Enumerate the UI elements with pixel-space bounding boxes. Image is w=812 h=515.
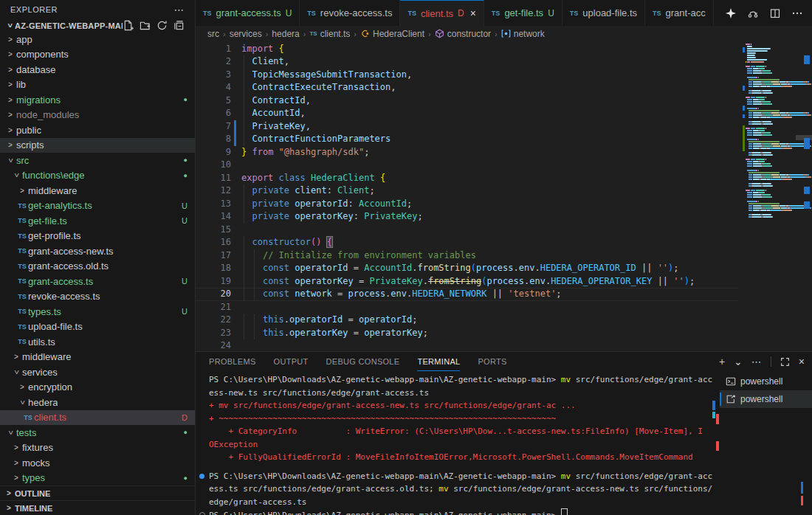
breadcrumb-item-network[interactable]: network: [501, 29, 545, 39]
code-line[interactable]: 9} from "@hashgraph/sdk";: [196, 146, 738, 159]
terminal-scrollbar[interactable]: [712, 371, 720, 515]
tree-item-revoke-access.ts[interactable]: TSrevoke-access.ts: [0, 289, 195, 305]
tree-item-functions-edge[interactable]: >functions\edge●: [0, 168, 195, 184]
panel-tab-problems[interactable]: PROBLEMS: [209, 352, 256, 371]
tree-item-lib[interactable]: >lib: [0, 77, 195, 93]
code-line[interactable]: 23 this.operatorKey = operatorKey;: [196, 327, 738, 340]
code-line[interactable]: 7 PrivateKey,: [196, 120, 738, 134]
new-file-icon[interactable]: [123, 20, 134, 31]
panel-tab-debug-console[interactable]: DEBUG CONSOLE: [326, 352, 400, 371]
tree-item-node-modules[interactable]: >node_modules: [0, 108, 195, 123]
tab-client.ts[interactable]: TSclient.tsD×: [400, 0, 484, 26]
tree-item-middleware[interactable]: >middleware: [0, 183, 195, 198]
breadcrumb-item-client.ts[interactable]: TSclient.ts: [309, 29, 350, 39]
code-line[interactable]: 11export class HederaClient {: [196, 172, 738, 185]
tree-item-grant-access.ts[interactable]: TSgrant-access.tsU: [0, 274, 195, 289]
panel-tab-terminal[interactable]: TERMINAL: [417, 352, 460, 371]
breadcrumb-item-hedera[interactable]: hedera: [272, 29, 299, 39]
tree-item-grant-access.old.ts[interactable]: TSgrant-access.old.ts: [0, 259, 195, 274]
terminal-instance-powershell[interactable]: powershell: [720, 390, 812, 408]
code-line[interactable]: 22 this.operatorId = operatorId;: [196, 314, 738, 327]
new-folder-icon[interactable]: [140, 20, 151, 31]
code-line[interactable]: 5 ContractId,: [196, 94, 738, 108]
code-line[interactable]: 24: [196, 339, 738, 351]
tree-item-get-analytics.ts[interactable]: TSget-analytics.tsU: [0, 198, 195, 214]
copilot-icon[interactable]: [725, 7, 737, 19]
more-icon[interactable]: [791, 7, 803, 19]
panel-actions: +⌄⋯×: [719, 352, 805, 371]
code-line[interactable]: 21: [196, 301, 738, 314]
close-icon[interactable]: ×: [799, 356, 805, 367]
split-editor-icon[interactable]: [769, 7, 781, 19]
panel-tab-ports[interactable]: PORTS: [478, 352, 506, 371]
more-icon[interactable]: ⋯: [751, 356, 762, 367]
code-line[interactable]: 10: [196, 159, 738, 172]
code-line[interactable]: 13 private operatorId: AccountId;: [196, 198, 738, 211]
tree-item-database[interactable]: >database: [0, 62, 195, 77]
sidebar-section-timeline[interactable]: >TIMELINE: [0, 500, 195, 515]
tree-item-encryption[interactable]: >encryption: [0, 380, 195, 395]
breadcrumb-item-hederaclient[interactable]: HederaClient: [360, 29, 424, 39]
code-line[interactable]: 14 private operatorKey: PrivateKey;: [196, 210, 738, 224]
minimap[interactable]: [743, 44, 793, 351]
tree-item-services[interactable]: >services: [0, 364, 195, 380]
collapse-all-icon[interactable]: [173, 20, 185, 31]
code-line[interactable]: 20 const network = process.env.HEDERA_NE…: [196, 288, 738, 301]
terminal[interactable]: PS C:\Users\HP\Downloads\AZ-genetic-weba…: [196, 371, 720, 515]
tree-item-src[interactable]: >src●: [0, 153, 195, 168]
code-line[interactable]: 12 private client: Client;: [196, 184, 738, 198]
project-root-row[interactable]: > AZ-GENETIC-WEBAPP-MAIN: [0, 19, 195, 32]
breadcrumb-item-src[interactable]: src: [207, 29, 219, 39]
code-line[interactable]: 1import {: [196, 43, 738, 56]
dropdown-icon[interactable]: ⌄: [734, 356, 743, 367]
tree-item-mocks[interactable]: >mocks: [0, 455, 195, 471]
tree-item-get-file.ts[interactable]: TSget-file.tsU: [0, 213, 195, 229]
tab-grant-access.ts[interactable]: TSgrant-access.tsU: [196, 0, 300, 26]
tree-item-migrations[interactable]: >migrations●: [0, 92, 195, 108]
tree-item-scripts[interactable]: >scripts: [0, 138, 195, 153]
tab-grant-acc[interactable]: TSgrant-acc: [645, 0, 714, 26]
breadcrumb-item-constructor[interactable]: constructor: [435, 29, 491, 39]
tree-item-get-profile.ts[interactable]: TSget-profile.ts: [0, 229, 195, 244]
tree-item-public[interactable]: >public: [0, 122, 195, 138]
tree-item-tests[interactable]: >tests●: [0, 425, 195, 440]
terminal-instance-powershell[interactable]: powershell: [720, 373, 812, 390]
tab-revoke-access.ts[interactable]: TSrevoke-access.ts: [300, 0, 400, 26]
tree-item-middleware[interactable]: >middleware: [0, 350, 195, 365]
tree-item-components[interactable]: >components: [0, 47, 195, 63]
tree-item-hedera[interactable]: >hedera: [0, 395, 195, 410]
maximize-icon[interactable]: [780, 357, 790, 367]
new-terminal-icon[interactable]: +: [719, 356, 725, 367]
tree-item-types[interactable]: >types●: [0, 471, 195, 486]
code-line[interactable]: 17 // Initialize from environment variab…: [196, 249, 738, 263]
tab-get-file.ts[interactable]: TSget-file.tsU: [484, 0, 562, 26]
sidebar-section-outline[interactable]: >OUTLINE: [0, 485, 195, 500]
tree-item-client.ts[interactable]: TSclient.tsD: [0, 410, 195, 426]
open-changes-icon[interactable]: [747, 7, 759, 19]
close-icon[interactable]: ×: [470, 7, 476, 19]
chevron-down-icon: >: [7, 154, 15, 166]
code-line[interactable]: 3 TopicMessageSubmitTransaction,: [196, 69, 738, 82]
panel-tab-output[interactable]: OUTPUT: [274, 352, 309, 371]
code-line[interactable]: 2 Client,: [196, 55, 738, 69]
tab-upload-file.ts[interactable]: TSupload-file.ts: [562, 0, 645, 26]
code-editor[interactable]: 1import {2 Client,3 TopicMessageSubmitTr…: [196, 42, 812, 351]
code-line[interactable]: 8 ContractFunctionParameters: [196, 133, 738, 146]
explorer-more-icon[interactable]: ⋯: [174, 4, 185, 15]
code-line[interactable]: 18 const operatorId = AccountId.fromStri…: [196, 262, 738, 275]
code-line[interactable]: 15: [196, 224, 738, 237]
tree-item-fixtures[interactable]: >fixtures: [0, 440, 195, 456]
code-line[interactable]: 4 ContractExecuteTransaction,: [196, 81, 738, 94]
code-line[interactable]: 16 constructor() {: [196, 236, 738, 249]
breadcrumb-item-services[interactable]: services: [230, 29, 262, 39]
tree-item-upload-file.ts[interactable]: TSupload-file.ts: [0, 319, 195, 335]
code-line[interactable]: 6 AccountId,: [196, 107, 738, 120]
tree-item-utils.ts[interactable]: TSutils.ts: [0, 334, 195, 350]
tree-item-app[interactable]: >app: [0, 32, 195, 47]
tree-item-grant-access-new.ts[interactable]: TSgrant-access-new.ts: [0, 243, 195, 259]
tree-item-types.ts[interactable]: TStypes.tsU: [0, 304, 195, 319]
refresh-icon[interactable]: [156, 20, 168, 31]
scrollbar[interactable]: [794, 42, 812, 351]
code-line[interactable]: 19 const operatorKey = PrivateKey.fromSt…: [196, 275, 738, 288]
tree-item-label: get-file.ts: [28, 215, 67, 227]
